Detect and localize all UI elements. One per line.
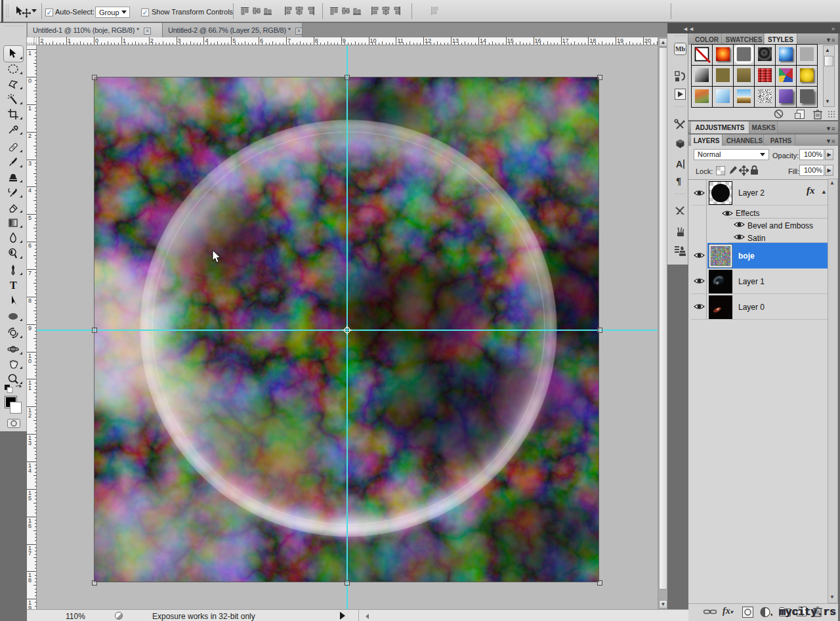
svg-text:A: A bbox=[676, 159, 682, 169]
svg-text:¶: ¶ bbox=[676, 176, 681, 186]
svg-text:T: T bbox=[10, 280, 17, 291]
svg-text:Mb: Mb bbox=[675, 45, 685, 53]
svg-text:▾: ▾ bbox=[770, 612, 772, 618]
